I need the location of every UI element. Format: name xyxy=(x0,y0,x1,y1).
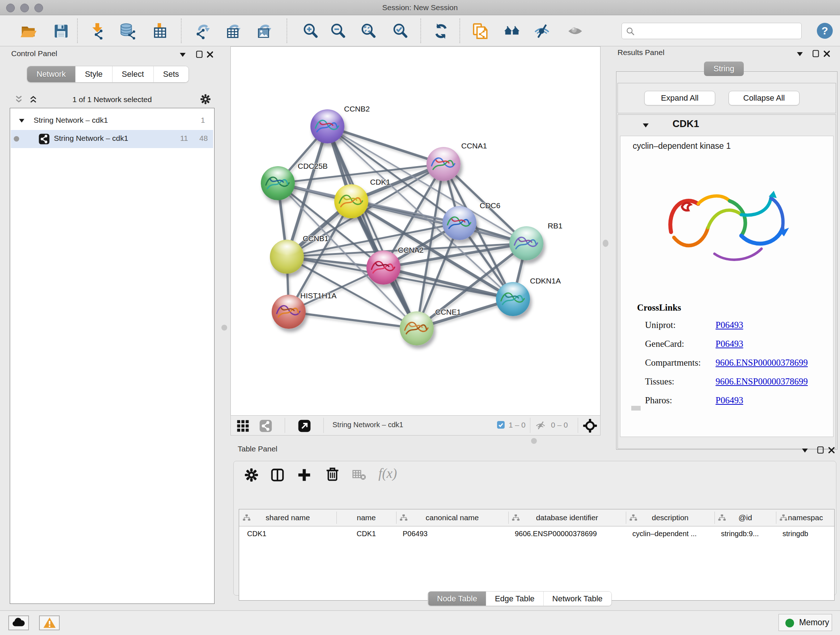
open-session-icon[interactable] xyxy=(20,23,37,40)
gene-collapse-icon[interactable] xyxy=(642,121,650,131)
collection-expand-icon[interactable] xyxy=(18,117,25,126)
refresh-icon[interactable] xyxy=(433,23,449,40)
splitter-handle-bottom[interactable] xyxy=(531,438,537,444)
warning-button[interactable] xyxy=(39,616,60,630)
zoom-in-icon[interactable] xyxy=(302,23,319,40)
crosslink-link[interactable]: 9606.ENSP00000378699 xyxy=(715,358,808,368)
table-close-icon[interactable] xyxy=(827,446,836,456)
tab-node-table[interactable]: Node Table xyxy=(428,592,486,606)
column-header-description[interactable]: description xyxy=(626,509,714,526)
table-float-icon[interactable] xyxy=(801,447,809,456)
network-status-dot xyxy=(14,136,19,141)
splitter-handle-right[interactable] xyxy=(603,240,608,247)
control-panel-tabs: Network Style Select Sets xyxy=(27,66,189,82)
table-add-icon[interactable] xyxy=(297,467,312,484)
network-node-CDC25B[interactable] xyxy=(261,166,295,200)
export-table-icon[interactable] xyxy=(225,23,242,40)
crosslink-link[interactable]: P06493 xyxy=(715,339,743,349)
hidden-eye-icon[interactable] xyxy=(535,420,546,432)
network-node-CCNE1[interactable] xyxy=(400,311,434,345)
help-button[interactable]: ? xyxy=(817,23,833,39)
tab-network[interactable]: Network xyxy=(27,66,75,82)
expand-all-button[interactable]: Expand All xyxy=(644,91,715,105)
table-cell[interactable]: stringdb xyxy=(783,530,808,538)
network-canvas[interactable]: CCNB2CCNA1CDC25BCDK1CDC6RB1CCNB1CCNA2CDK… xyxy=(231,46,600,416)
network-node-CDK1[interactable] xyxy=(334,184,368,218)
zoom-fit-icon[interactable] xyxy=(360,23,377,40)
network-node-CCNB1[interactable] xyxy=(270,240,304,274)
toolbar-separator xyxy=(77,19,78,43)
results-float-icon[interactable] xyxy=(796,50,804,59)
tab-select[interactable]: Select xyxy=(112,66,153,82)
column-header-shared-name[interactable]: shared name xyxy=(239,509,336,526)
grid-view-icon[interactable] xyxy=(236,419,249,434)
panel-close-icon[interactable] xyxy=(205,50,215,60)
table-delete-table-icon[interactable] xyxy=(352,469,366,482)
node-table: shared namenamecanonical namedatabase id… xyxy=(239,509,835,600)
panel-maximize-icon[interactable] xyxy=(195,50,204,60)
network-node-RB1[interactable] xyxy=(509,226,543,260)
column-header-@id[interactable]: @id xyxy=(714,509,776,526)
results-panel-title: Results Panel xyxy=(617,48,665,57)
import-table-icon[interactable] xyxy=(151,23,168,40)
node-label-RB1: RB1 xyxy=(548,222,562,230)
copy-network-icon[interactable] xyxy=(472,23,488,40)
show-eye-icon[interactable] xyxy=(567,23,584,40)
table-cell[interactable]: CDK1 xyxy=(336,530,396,538)
collapse-all-button[interactable]: Collapse All xyxy=(729,91,799,105)
network-thumbnail-icon[interactable] xyxy=(259,419,272,434)
crosslink-row: Pharos:P06493 xyxy=(645,393,826,411)
fit-selected-crosshair-icon[interactable] xyxy=(583,418,597,434)
results-close-icon[interactable] xyxy=(822,49,831,60)
zoom-selected-icon[interactable] xyxy=(392,23,409,40)
tab-style[interactable]: Style xyxy=(75,66,112,82)
table-gear-icon[interactable] xyxy=(244,467,259,484)
column-header-name[interactable]: name xyxy=(336,509,396,526)
column-header-database-identifier[interactable]: database identifier xyxy=(508,509,626,526)
crosslink-link[interactable]: P06493 xyxy=(715,320,743,330)
network-node-CCNA2[interactable] xyxy=(366,250,401,285)
import-network-icon[interactable] xyxy=(89,23,106,40)
table-cell[interactable]: cyclin–dependent ... xyxy=(632,530,697,538)
table-panel-title: Table Panel xyxy=(238,445,278,453)
network-node-CCNB2[interactable] xyxy=(310,109,344,143)
export-image-icon[interactable] xyxy=(256,23,273,40)
selected-checkbox-icon[interactable] xyxy=(497,421,505,431)
export-network-icon[interactable] xyxy=(195,23,211,40)
save-session-icon[interactable] xyxy=(53,23,69,40)
table-delete-icon[interactable] xyxy=(325,467,340,483)
results-maximize-icon[interactable] xyxy=(812,49,820,59)
open-in-window-icon[interactable] xyxy=(298,419,311,434)
table-cell[interactable]: stringdb:9... xyxy=(721,530,759,538)
table-columns-icon[interactable] xyxy=(270,467,285,484)
memory-button[interactable]: Memory xyxy=(778,614,832,631)
column-header-namespac[interactable]: namespac xyxy=(776,509,835,526)
column-header-canonical-name[interactable]: canonical name xyxy=(396,509,508,526)
cloud-button[interactable] xyxy=(8,616,29,630)
tab-edge-table[interactable]: Edge Table xyxy=(486,592,543,606)
network-row[interactable]: String Network – cdk1 11 48 xyxy=(11,130,213,148)
crosslink-link[interactable]: 9606.ENSP00000378699 xyxy=(715,377,808,386)
network-node-CCNA1[interactable] xyxy=(426,147,461,181)
hide-selected-eye-icon[interactable] xyxy=(534,23,550,40)
table-function-icon[interactable]: f(x) xyxy=(378,466,397,481)
zoom-out-icon[interactable] xyxy=(330,23,347,40)
network-node-CDC6[interactable] xyxy=(442,206,477,240)
column-label: description xyxy=(626,513,714,522)
results-tab-string[interactable]: String xyxy=(704,62,744,76)
search-input[interactable] xyxy=(622,23,802,39)
network-options-gear-icon[interactable] xyxy=(200,93,211,106)
table-cell[interactable]: 9606.ENSP00000378699 xyxy=(515,530,597,538)
network-node-CDKN1A[interactable] xyxy=(496,282,530,316)
panel-float-icon[interactable] xyxy=(179,51,187,60)
import-database-icon[interactable] xyxy=(119,23,136,40)
home-icon[interactable] xyxy=(504,23,520,40)
table-maximize-icon[interactable] xyxy=(816,446,825,456)
network-collection-row[interactable]: String Network – cdk1 1 xyxy=(11,112,213,129)
splitter-handle-left[interactable] xyxy=(221,325,227,331)
tab-sets[interactable]: Sets xyxy=(153,66,188,82)
crosslink-link[interactable]: P06493 xyxy=(715,395,743,405)
tab-network-table[interactable]: Network Table xyxy=(543,592,611,606)
table-cell[interactable]: CDK1 xyxy=(247,530,266,538)
table-cell[interactable]: P06493 xyxy=(403,530,428,538)
